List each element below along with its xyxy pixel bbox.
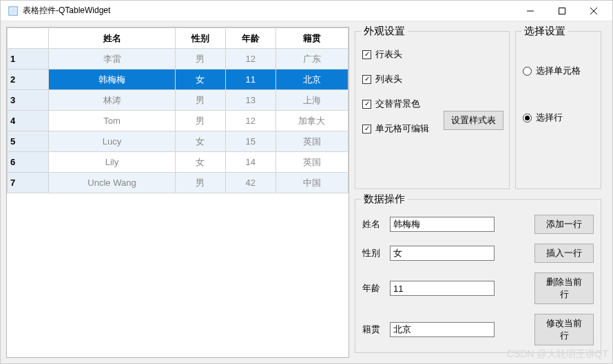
age-field[interactable] (390, 281, 495, 296)
table-row[interactable]: 5Lucy女15英国 (8, 131, 349, 152)
check-icon: ✓ (362, 75, 371, 84)
table-cell[interactable]: 北京 (276, 69, 348, 90)
svg-rect-1 (10, 8, 17, 14)
name-label: 姓名 (362, 218, 386, 231)
check-icon: ✓ (362, 125, 371, 133)
table-cell[interactable]: 42 (225, 173, 276, 193)
dataop-title: 数据操作 (361, 193, 408, 206)
table-cell[interactable]: 加拿大 (276, 111, 348, 131)
checkbox-col-header[interactable]: ✓ 列表头 (362, 73, 502, 85)
checkbox-label: 行表头 (375, 48, 402, 61)
table-cell[interactable]: 广东 (276, 49, 348, 69)
table-cell[interactable]: 女 (176, 69, 226, 90)
table-row[interactable]: 2韩梅梅女11北京 (8, 69, 349, 90)
window-controls (515, 1, 610, 21)
appearance-title: 外观设置 (361, 25, 408, 38)
table-cell[interactable]: 英国 (276, 131, 348, 152)
app-icon (8, 6, 19, 17)
close-button[interactable] (578, 1, 610, 21)
window-title: 表格控件-QTableWidget (23, 5, 515, 17)
col-header-name[interactable]: 姓名 (49, 28, 176, 49)
table-cell[interactable]: 14 (225, 152, 276, 173)
table-cell[interactable]: 英国 (276, 152, 348, 173)
right-panels: 外观设置 ✓ 行表头 ✓ 列表头 ✓ 交替背景色 (355, 27, 607, 358)
insert-row-button[interactable]: 插入一行 (534, 244, 594, 263)
row-header[interactable]: 3 (8, 90, 49, 111)
checkbox-label: 列表头 (375, 73, 402, 85)
age-label: 年龄 (362, 282, 386, 295)
table-cell[interactable]: 男 (176, 90, 226, 111)
radio-icon (523, 67, 532, 76)
col-header-gender[interactable]: 性别 (176, 28, 226, 49)
checkbox-label: 交替背景色 (375, 98, 420, 110)
col-header-place[interactable]: 籍贯 (276, 28, 348, 49)
row-header[interactable]: 2 (8, 69, 49, 90)
table-cell[interactable]: 女 (176, 131, 226, 152)
place-label: 籍贯 (362, 323, 386, 336)
maximize-button[interactable] (546, 1, 578, 21)
table-cell[interactable]: 李雷 (49, 49, 176, 69)
table-cell[interactable]: Lily (49, 152, 176, 173)
check-icon: ✓ (362, 50, 371, 59)
row-header[interactable]: 6 (8, 152, 49, 173)
radio-icon (523, 114, 532, 122)
table-row[interactable]: 7Uncle Wang男42中国 (8, 173, 349, 193)
table-cell[interactable]: Lucy (49, 131, 176, 152)
add-row-button[interactable]: 添加一行 (534, 215, 594, 234)
gender-label: 性别 (362, 247, 386, 259)
table-row[interactable]: 4Tom男12加拿大 (8, 111, 349, 131)
table-cell[interactable]: 13 (225, 90, 276, 111)
title-bar: 表格控件-QTableWidget (1, 1, 612, 21)
table-cell[interactable]: 12 (225, 111, 276, 131)
selection-group: 选择设置 选择单元格 选择行 (515, 31, 601, 189)
minimize-button[interactable] (515, 1, 546, 21)
client-area: 姓名 性别 年龄 籍贯 1李雷男12广东2韩梅梅女11北京3林涛男13上海4To… (1, 21, 612, 363)
check-icon: ✓ (362, 100, 371, 109)
app-window: 表格控件-QTableWidget 姓名 性别 年龄 籍贯 1李雷男12广东2韩… (0, 0, 613, 364)
table-cell[interactable]: 韩梅梅 (49, 69, 176, 90)
modify-row-button[interactable]: 修改当前行 (534, 314, 594, 345)
selection-title: 选择设置 (521, 25, 568, 38)
checkbox-label: 单元格可编辑 (375, 122, 429, 135)
table-cell[interactable]: 15 (225, 131, 276, 152)
row-header[interactable]: 4 (8, 111, 49, 131)
dataop-group: 数据操作 姓名 添加一行 性别 插入一行 年龄 删 (355, 199, 601, 353)
checkbox-alt-bg[interactable]: ✓ 交替背景色 (362, 98, 502, 110)
table-cell[interactable]: 男 (176, 111, 226, 131)
radio-label: 选择单元格 (536, 65, 581, 77)
radio-label: 选择行 (536, 111, 563, 124)
row-header[interactable]: 1 (8, 49, 49, 69)
row-header[interactable]: 7 (8, 173, 49, 193)
checkbox-row-header[interactable]: ✓ 行表头 (362, 48, 502, 61)
set-stylesheet-button[interactable]: 设置样式表 (444, 111, 503, 130)
table-cell[interactable]: Uncle Wang (49, 173, 176, 193)
appearance-group: 外观设置 ✓ 行表头 ✓ 列表头 ✓ 交替背景色 (355, 31, 510, 189)
gender-field[interactable] (390, 246, 495, 261)
top-panel-row: 外观设置 ✓ 行表头 ✓ 列表头 ✓ 交替背景色 (355, 27, 607, 189)
data-table: 姓名 性别 年龄 籍贯 1李雷男12广东2韩梅梅女11北京3林涛男13上海4To… (7, 28, 349, 193)
table-cell[interactable]: 女 (176, 152, 226, 173)
svg-rect-3 (559, 8, 565, 14)
table-cell[interactable]: 中国 (276, 173, 348, 193)
table-cell[interactable]: 男 (176, 49, 226, 69)
table-row[interactable]: 1李雷男12广东 (8, 49, 349, 69)
row-header[interactable]: 5 (8, 131, 49, 152)
name-field[interactable] (390, 217, 495, 232)
table-row[interactable]: 3林涛男13上海 (8, 90, 349, 111)
table-cell[interactable]: 林涛 (49, 90, 176, 111)
table-cell[interactable]: 上海 (276, 90, 348, 111)
place-field[interactable] (390, 322, 495, 337)
table-cell[interactable]: Tom (49, 111, 176, 131)
radio-select-row[interactable]: 选择行 (523, 111, 594, 124)
radio-select-cell[interactable]: 选择单元格 (523, 65, 594, 77)
table-row[interactable]: 6Lily女14英国 (8, 152, 349, 173)
delete-row-button[interactable]: 删除当前行 (534, 272, 594, 304)
table-cell[interactable]: 12 (225, 49, 276, 69)
table-corner[interactable] (8, 28, 49, 49)
col-header-age[interactable]: 年龄 (225, 28, 276, 49)
table-cell[interactable]: 11 (225, 69, 276, 90)
table-widget[interactable]: 姓名 性别 年龄 籍贯 1李雷男12广东2韩梅梅女11北京3林涛男13上海4To… (6, 27, 349, 358)
table-cell[interactable]: 男 (176, 173, 226, 193)
